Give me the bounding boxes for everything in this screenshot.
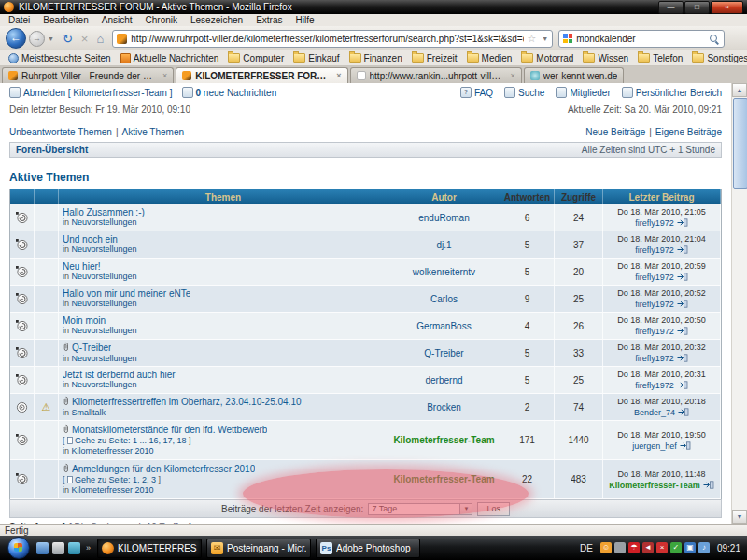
printer-icon[interactable] [52,542,64,554]
forum-link[interactable]: Kilometerfresser 2010 [72,446,154,455]
url-text[interactable]: http://www.ruhrpott-viller.de/kilometerf… [131,34,524,44]
taskbar-button[interactable]: ✉Posteingang - Micr... [206,539,311,558]
period-select[interactable]: 7 Tage ▼ [368,503,472,515]
last-poster-link[interactable]: firefly1972 [635,327,674,336]
url-bar[interactable]: http://www.ruhrpott-viller.de/kilometerf… [112,30,553,48]
topic-title-link[interactable]: Jetzt ist derbernd auch hier [63,370,176,380]
goto-last-post-icon[interactable] [674,381,688,390]
bookmark-item[interactable]: Meistbesuchte Seiten [4,53,116,63]
maximize-button[interactable]: □ [684,1,710,14]
author-link[interactable]: enduRoman [418,213,469,223]
author-link[interactable]: Kilometerfresser-Team [393,435,494,445]
tab-1[interactable]: Ruhrpott-Viller - Freunde der Hond...× [2,67,174,83]
last-poster-link[interactable]: firefly1972 [635,218,674,228]
topic-title-link[interactable]: Hallo Zusammen :-) [63,207,145,217]
bookmark-item[interactable]: Computer [223,53,289,63]
go-button[interactable]: Los [477,502,510,516]
explorer-icon[interactable] [68,542,80,554]
vertical-scrollbar[interactable]: ▲ ▼ [731,83,747,524]
device-icon[interactable] [614,542,626,553]
url-dropdown-icon[interactable]: ▼ [542,35,548,42]
goto-last-post-icon[interactable] [674,327,688,336]
last-poster-link[interactable]: firefly1972 [635,273,674,282]
author-link[interactable]: Brocken [427,402,461,413]
tab-3[interactable]: http://www.rankin...uhrpott-viller.de× [350,67,522,83]
bookmark-item[interactable]: Aktuelle Nachrichten [116,53,224,63]
menu-chronik[interactable]: Chronik [139,15,184,25]
tab-close-icon[interactable]: × [336,71,341,80]
forum-link[interactable]: Neuvorstellungen [72,326,137,335]
forum-link[interactable]: Neuvorstellungen [72,245,137,254]
forward-button[interactable]: → [29,31,45,47]
quick-launch-overflow-icon[interactable]: » [86,543,91,553]
menu-datei[interactable]: Datei [2,15,36,25]
search-link[interactable]: Suche [504,87,544,98]
goto-last-post-icon[interactable] [674,354,688,363]
language-indicator[interactable]: DE [580,543,593,553]
topic-title-link[interactable]: Q-Treiber [72,343,111,353]
menu-ansicht[interactable]: Ansicht [95,15,139,25]
menu-extras[interactable]: Extras [249,15,289,25]
network-icon[interactable]: ▣ [684,542,696,553]
topic-title-link[interactable]: Neu hier! [63,261,101,272]
goto-last-post-icon[interactable] [674,300,688,309]
desktop-icon[interactable] [36,542,49,554]
back-button[interactable]: ← [6,28,26,49]
tab-4[interactable]: wer-kennt-wen.de [524,67,624,83]
messenger-icon[interactable]: ☺ [600,542,612,553]
bookmark-item[interactable]: Freizeit [407,53,462,63]
select-dropdown-icon[interactable]: ▼ [459,504,472,514]
avira-antivirus-icon[interactable]: ☂ [628,542,640,553]
goto-last-post-icon[interactable] [700,481,714,490]
goto-page-line[interactable]: [ Gehe zu Seite: 1, 2, 3 ] [63,475,161,485]
bookmark-item[interactable]: Finanzen [345,53,407,63]
bookmark-item[interactable]: Telefon [633,53,687,63]
topic-title-link[interactable]: Monatskilometerstände für den lfd. Wettb… [72,425,267,435]
author-link[interactable]: Carlos [430,294,458,304]
faq-link[interactable]: ?FAQ [460,87,493,98]
author-link[interactable]: Kilometerfresser-Team [393,474,494,484]
new-posts-link[interactable]: Neue Beiträge [585,127,645,137]
tab-close-icon[interactable]: × [511,71,515,80]
last-poster-link[interactable]: firefly1972 [635,354,674,363]
taskbar-button[interactable]: KILOMETERFRESSER... [97,539,202,558]
last-poster-link[interactable]: firefly1972 [635,381,674,390]
last-poster-link[interactable]: firefly1972 [635,245,674,255]
volume-icon[interactable]: ♪ [698,542,710,553]
messages-link[interactable]: 0 neue Nachrichten [182,87,277,98]
forum-link[interactable]: Smalltalk [72,408,106,417]
search-magnifier-icon[interactable] [710,35,717,42]
unanswered-topics-link[interactable]: Unbeantwortete Themen [9,127,112,137]
active-topics-link[interactable]: Aktive Themen [122,127,185,137]
bookmark-item[interactable]: Motorrad [516,53,578,63]
goto-last-post-icon[interactable] [674,273,688,282]
goto-last-post-icon[interactable] [675,408,689,417]
tab-close-icon[interactable]: × [162,71,167,80]
clock[interactable]: 09:21 [717,543,740,553]
scroll-up-arrow[interactable]: ▲ [732,83,747,97]
members-link[interactable]: Mitglieder [556,87,610,98]
goto-last-post-icon[interactable] [674,218,688,228]
home-button[interactable]: ⌂ [96,32,104,46]
volume-muted-icon[interactable]: ◄ [642,542,654,553]
topic-title-link[interactable]: Anmeldungen für den Kilometerfresser 201… [72,464,255,474]
stop-button[interactable]: × [81,32,89,46]
author-link[interactable]: derbernd [425,375,462,385]
search-input[interactable]: mondkalender [576,34,635,44]
tab-2[interactable]: KILOMETERFRESSER FORUM • Ak...× [176,67,347,83]
topic-title-link[interactable]: Hallo von mir und meiner eNTe [63,288,190,299]
close-button[interactable]: × [711,1,743,14]
ucp-link[interactable]: Persönlicher Bereich [622,87,722,98]
topic-title-link[interactable]: Und noch ein [63,234,118,245]
start-button[interactable] [7,537,30,559]
author-link[interactable]: dj.1 [436,240,451,250]
minimize-button[interactable]: — [658,1,684,14]
scrollbar-thumb[interactable] [733,98,747,189]
history-dropdown-icon[interactable]: ▼ [48,35,54,42]
last-poster-link[interactable]: firefly1972 [635,300,674,309]
forum-link[interactable]: Neuvorstellungen [72,299,137,308]
bookmark-item[interactable]: Sonstiges [687,53,747,63]
forum-link[interactable]: Neuvorstellungen [72,380,137,389]
error-icon[interactable]: × [656,542,668,553]
goto-last-post-icon[interactable] [677,441,691,451]
